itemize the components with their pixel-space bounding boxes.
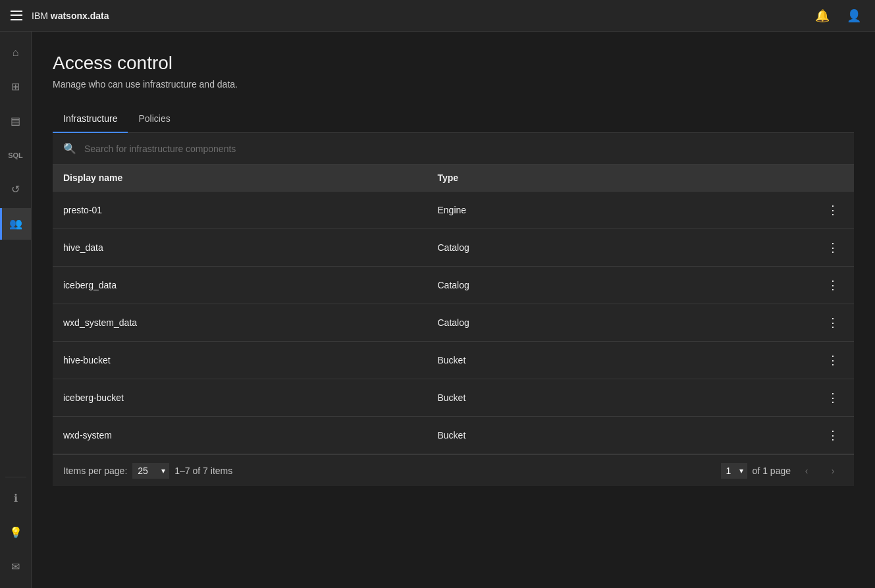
data-manager-icon: ▤ (11, 116, 20, 126)
top-nav-right: 🔔 👤 (812, 5, 864, 26)
table-row: wxd-system Bucket ⋮ (53, 417, 854, 454)
tab-infrastructure[interactable]: Infrastructure (53, 105, 128, 133)
cell-name: presto-01 (63, 205, 438, 215)
cell-name: iceberg_data (63, 280, 438, 290)
sidebar: ⌂ ⊞ ▤ SQL ↺ 👥 ℹ 💡 (0, 32, 32, 588)
page-subtitle: Manage who can use infrastructure and da… (53, 79, 854, 90)
column-header-display-name: Display name (63, 173, 438, 183)
row-menu-button[interactable]: ⋮ (822, 237, 843, 258)
search-input[interactable] (84, 144, 843, 154)
row-menu-button[interactable]: ⋮ (822, 350, 843, 371)
page-of-label: of 1 page (753, 466, 791, 476)
cell-name: hive-bucket (63, 355, 438, 365)
search-icon: 🔍 (63, 142, 76, 155)
feedback-icon: ✉ (11, 562, 20, 572)
sidebar-item-history[interactable]: ↺ (0, 174, 32, 205)
table-header: Display name Type (53, 165, 854, 192)
pagination-next-button[interactable]: › (822, 460, 843, 481)
per-page-select-wrapper[interactable]: 25 50 100 (132, 463, 169, 479)
help-icon: 💡 (9, 527, 22, 538)
page-title: Access control (53, 53, 854, 74)
cell-type: Engine (438, 205, 812, 215)
notifications-button[interactable]: 🔔 (812, 5, 833, 26)
sidebar-item-help[interactable]: 💡 (0, 517, 32, 548)
sidebar-item-sql[interactable]: SQL (0, 140, 32, 171)
cell-type: Catalog (438, 242, 812, 253)
app-title: IBM watsonx.data (32, 11, 109, 21)
main-layout: ⌂ ⊞ ▤ SQL ↺ 👥 ℹ 💡 (0, 32, 875, 588)
pagination-left: Items per page: 25 50 100 1–7 of 7 items (63, 463, 232, 479)
sidebar-item-access-control[interactable]: 👥 (0, 208, 32, 240)
pagination-right: 1 of 1 page ‹ › (721, 460, 843, 481)
cell-type: Catalog (438, 317, 812, 328)
tabs: Infrastructure Policies (53, 105, 854, 133)
sidebar-item-catalog[interactable]: ⊞ (0, 71, 32, 103)
page-select[interactable]: 1 (721, 463, 747, 479)
access-control-icon: 👥 (9, 219, 22, 229)
user-profile-button[interactable]: 👤 (843, 5, 864, 26)
table-row: presto-01 Engine ⋮ (53, 192, 854, 229)
table-container: 🔍 Display name Type presto-01 Engine ⋮ h… (53, 133, 854, 486)
cell-type: Catalog (438, 280, 812, 290)
sidebar-divider (5, 477, 26, 477)
table-row: iceberg_data Catalog ⋮ (53, 267, 854, 304)
per-page-select[interactable]: 25 50 100 (132, 463, 169, 479)
items-per-page-label: Items per page: (63, 466, 127, 476)
info-icon: ℹ (14, 493, 18, 504)
row-menu-button[interactable]: ⋮ (822, 200, 843, 221)
table-row: hive-bucket Bucket ⋮ (53, 342, 854, 379)
row-menu-button[interactable]: ⋮ (822, 275, 843, 296)
sidebar-bottom: ℹ 💡 ✉ (0, 474, 31, 583)
sidebar-item-info[interactable]: ℹ (0, 483, 32, 514)
column-header-type: Type (438, 173, 812, 183)
row-menu-button[interactable]: ⋮ (822, 312, 843, 333)
table-row: wxd_system_data Catalog ⋮ (53, 304, 854, 342)
cell-type: Bucket (438, 430, 812, 441)
pagination-prev-button[interactable]: ‹ (796, 460, 817, 481)
cell-name: wxd_system_data (63, 317, 438, 328)
top-nav: IBM watsonx.data 🔔 👤 (0, 0, 875, 32)
content-area: Access control Manage who can use infras… (32, 32, 875, 588)
cell-name: hive_data (63, 242, 438, 253)
cell-name: iceberg-bucket (63, 392, 438, 403)
row-menu-button[interactable]: ⋮ (822, 387, 843, 408)
pagination: Items per page: 25 50 100 1–7 of 7 items… (53, 454, 854, 486)
tab-policies[interactable]: Policies (128, 105, 180, 133)
table-row: iceberg-bucket Bucket ⋮ (53, 379, 854, 417)
home-icon: ⌂ (13, 47, 19, 58)
items-info: 1–7 of 7 items (174, 466, 232, 476)
cell-type: Bucket (438, 355, 812, 365)
sidebar-item-data-manager[interactable]: ▤ (0, 105, 32, 137)
sql-icon: SQL (8, 152, 23, 159)
catalog-icon: ⊞ (11, 82, 20, 92)
sidebar-item-home[interactable]: ⌂ (0, 37, 32, 68)
sidebar-top: ⌂ ⊞ ▤ SQL ↺ 👥 (0, 37, 31, 240)
sidebar-item-feedback[interactable]: ✉ (0, 551, 32, 583)
cell-type: Bucket (438, 392, 812, 403)
row-menu-button[interactable]: ⋮ (822, 425, 843, 446)
top-nav-left: IBM watsonx.data (11, 9, 109, 22)
page-select-wrapper[interactable]: 1 (721, 463, 747, 479)
history-icon: ↺ (11, 184, 20, 195)
menu-toggle-button[interactable] (11, 9, 24, 22)
table-row: hive_data Catalog ⋮ (53, 229, 854, 267)
cell-name: wxd-system (63, 430, 438, 441)
search-bar: 🔍 (53, 133, 854, 165)
